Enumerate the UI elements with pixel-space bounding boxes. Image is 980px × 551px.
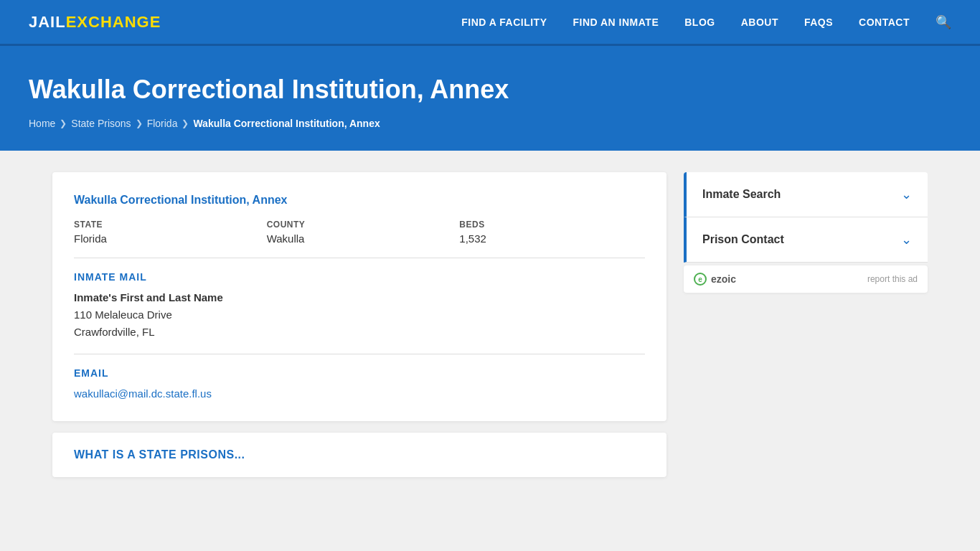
- prison-contact-label: Prison Contact: [702, 233, 784, 246]
- nav-faqs[interactable]: FAQs: [804, 17, 833, 28]
- breadcrumb-current: Wakulla Correctional Institution, Annex: [193, 118, 380, 129]
- facility-info-grid: STATE Florida COUNTY Wakulla BEDS 1,532: [74, 220, 645, 245]
- breadcrumb-sep-1: ❯: [60, 118, 67, 128]
- breadcrumb-state-prisons[interactable]: State Prisons: [71, 118, 131, 129]
- county-value: Wakulla: [267, 232, 453, 245]
- breadcrumb: Home ❯ State Prisons ❯ Florida ❯ Wakulla…: [29, 118, 951, 129]
- beds-info: BEDS 1,532: [459, 220, 645, 245]
- hero-section: Wakulla Correctional Institution, Annex …: [0, 46, 980, 151]
- nav-contact[interactable]: CONTACT: [859, 17, 910, 28]
- inmate-address-line2: Crawfordville, FL: [74, 324, 645, 341]
- chevron-down-icon: ⌄: [901, 187, 912, 202]
- ezoic-icon: e: [694, 273, 707, 286]
- chevron-down-icon: ⌄: [901, 232, 912, 248]
- beds-value: 1,532: [459, 232, 645, 245]
- logo-jail: JAIL: [29, 13, 66, 32]
- ezoic-logo: e ezoic: [694, 273, 736, 286]
- right-sidebar: Inmate Search ⌄ Prison Contact ⌄ e ezoic…: [684, 172, 928, 293]
- breadcrumb-florida[interactable]: Florida: [147, 118, 178, 129]
- facility-name: Wakulla Correctional Institution, Annex: [74, 194, 645, 207]
- divider-2: [74, 354, 645, 354]
- site-logo[interactable]: JAILEXCHANGE: [29, 13, 161, 32]
- state-value: Florida: [74, 232, 260, 245]
- nav-blog[interactable]: BLOG: [684, 17, 715, 28]
- inmate-address-line1: 110 Melaleuca Drive: [74, 306, 645, 324]
- breadcrumb-home[interactable]: Home: [29, 118, 55, 129]
- report-ad-link[interactable]: report this ad: [867, 274, 918, 284]
- divider-1: [74, 258, 645, 258]
- left-panel: Wakulla Correctional Institution, Annex …: [52, 172, 666, 477]
- email-link[interactable]: wakullaci@mail.dc.state.fl.us: [74, 387, 212, 400]
- sidebar-item-inmate-search[interactable]: Inmate Search ⌄: [684, 172, 928, 217]
- ezoic-label: ezoic: [711, 273, 736, 285]
- state-info: STATE Florida: [74, 220, 260, 245]
- inmate-search-label: Inmate Search: [702, 188, 781, 201]
- nav-find-inmate[interactable]: FIND AN INMATE: [573, 17, 659, 28]
- page-title: Wakulla Correctional Institution, Annex: [29, 75, 951, 105]
- navbar: JAILEXCHANGE FIND A FACILITY FIND AN INM…: [0, 0, 980, 46]
- nav-links: FIND A FACILITY FIND AN INMATE BLOG ABOU…: [461, 14, 951, 30]
- logo-exchange: EXCHANGE: [66, 13, 161, 32]
- inmate-mail-label: INMATE MAIL: [74, 271, 645, 283]
- search-icon[interactable]: 🔍: [936, 14, 951, 30]
- nav-find-facility[interactable]: FIND A FACILITY: [461, 17, 547, 28]
- sidebar-item-prison-contact[interactable]: Prison Contact ⌄: [684, 217, 928, 263]
- facility-card: Wakulla Correctional Institution, Annex …: [52, 172, 666, 421]
- main-content: Wakulla Correctional Institution, Annex …: [31, 151, 949, 499]
- breadcrumb-sep-2: ❯: [136, 118, 143, 128]
- county-info: COUNTY Wakulla: [267, 220, 453, 245]
- county-label: COUNTY: [267, 220, 453, 230]
- inmate-name: Inmate's First and Last Name: [74, 291, 645, 303]
- what-is-card: WHAT IS A STATE PRISONS...: [52, 433, 666, 477]
- email-label: EMAIL: [74, 367, 645, 379]
- ad-bar: e ezoic report this ad: [684, 265, 928, 293]
- nav-about[interactable]: ABOUT: [741, 17, 778, 28]
- what-is-title: WHAT IS A STATE PRISONS...: [74, 448, 645, 461]
- breadcrumb-sep-3: ❯: [182, 118, 189, 128]
- beds-label: BEDS: [459, 220, 645, 230]
- state-label: STATE: [74, 220, 260, 230]
